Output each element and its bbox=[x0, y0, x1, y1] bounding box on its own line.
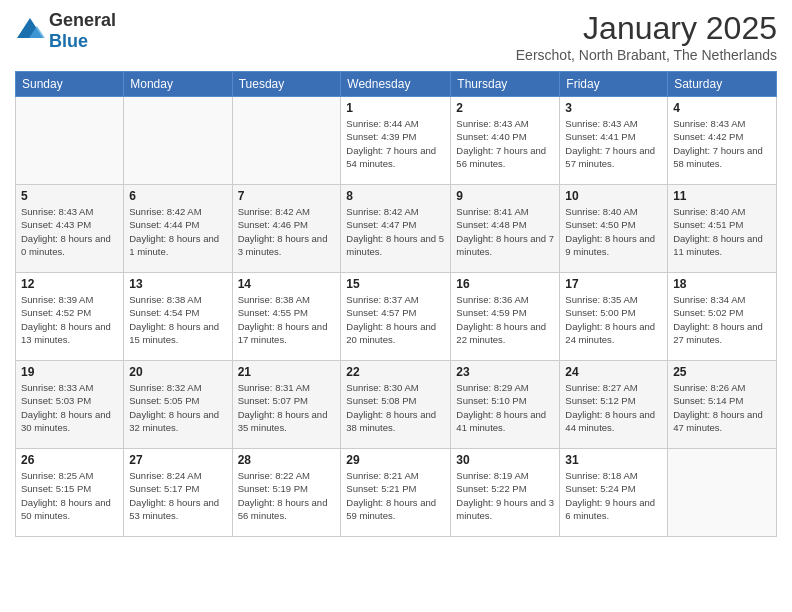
day-info: Sunrise: 8:40 AM Sunset: 4:50 PM Dayligh… bbox=[565, 205, 662, 258]
day-number: 19 bbox=[21, 365, 118, 379]
day-number: 8 bbox=[346, 189, 445, 203]
day-info: Sunrise: 8:42 AM Sunset: 4:44 PM Dayligh… bbox=[129, 205, 226, 258]
day-number: 24 bbox=[565, 365, 662, 379]
week-row-1: 1Sunrise: 8:44 AM Sunset: 4:39 PM Daylig… bbox=[16, 97, 777, 185]
day-info: Sunrise: 8:43 AM Sunset: 4:40 PM Dayligh… bbox=[456, 117, 554, 170]
day-info: Sunrise: 8:33 AM Sunset: 5:03 PM Dayligh… bbox=[21, 381, 118, 434]
day-number: 13 bbox=[129, 277, 226, 291]
day-number: 25 bbox=[673, 365, 771, 379]
header: General Blue January 2025 Eerschot, Nort… bbox=[15, 10, 777, 63]
day-info: Sunrise: 8:34 AM Sunset: 5:02 PM Dayligh… bbox=[673, 293, 771, 346]
day-info: Sunrise: 8:37 AM Sunset: 4:57 PM Dayligh… bbox=[346, 293, 445, 346]
day-info: Sunrise: 8:43 AM Sunset: 4:41 PM Dayligh… bbox=[565, 117, 662, 170]
day-info: Sunrise: 8:27 AM Sunset: 5:12 PM Dayligh… bbox=[565, 381, 662, 434]
col-sunday: Sunday bbox=[16, 72, 124, 97]
calendar-cell: 3Sunrise: 8:43 AM Sunset: 4:41 PM Daylig… bbox=[560, 97, 668, 185]
month-title: January 2025 bbox=[516, 10, 777, 47]
day-info: Sunrise: 8:21 AM Sunset: 5:21 PM Dayligh… bbox=[346, 469, 445, 522]
calendar-cell: 4Sunrise: 8:43 AM Sunset: 4:42 PM Daylig… bbox=[668, 97, 777, 185]
calendar-cell: 2Sunrise: 8:43 AM Sunset: 4:40 PM Daylig… bbox=[451, 97, 560, 185]
title-block: January 2025 Eerschot, North Brabant, Th… bbox=[516, 10, 777, 63]
day-number: 27 bbox=[129, 453, 226, 467]
calendar-header: Sunday Monday Tuesday Wednesday Thursday… bbox=[16, 72, 777, 97]
day-number: 20 bbox=[129, 365, 226, 379]
location-title: Eerschot, North Brabant, The Netherlands bbox=[516, 47, 777, 63]
day-number: 26 bbox=[21, 453, 118, 467]
calendar-cell: 17Sunrise: 8:35 AM Sunset: 5:00 PM Dayli… bbox=[560, 273, 668, 361]
calendar-body: 1Sunrise: 8:44 AM Sunset: 4:39 PM Daylig… bbox=[16, 97, 777, 537]
calendar-cell: 7Sunrise: 8:42 AM Sunset: 4:46 PM Daylig… bbox=[232, 185, 341, 273]
day-info: Sunrise: 8:42 AM Sunset: 4:47 PM Dayligh… bbox=[346, 205, 445, 258]
logo-icon bbox=[15, 16, 45, 46]
day-number: 3 bbox=[565, 101, 662, 115]
day-number: 17 bbox=[565, 277, 662, 291]
calendar-cell: 9Sunrise: 8:41 AM Sunset: 4:48 PM Daylig… bbox=[451, 185, 560, 273]
day-info: Sunrise: 8:22 AM Sunset: 5:19 PM Dayligh… bbox=[238, 469, 336, 522]
calendar-table: Sunday Monday Tuesday Wednesday Thursday… bbox=[15, 71, 777, 537]
day-info: Sunrise: 8:44 AM Sunset: 4:39 PM Dayligh… bbox=[346, 117, 445, 170]
day-info: Sunrise: 8:25 AM Sunset: 5:15 PM Dayligh… bbox=[21, 469, 118, 522]
day-number: 21 bbox=[238, 365, 336, 379]
calendar-cell: 30Sunrise: 8:19 AM Sunset: 5:22 PM Dayli… bbox=[451, 449, 560, 537]
day-number: 11 bbox=[673, 189, 771, 203]
logo: General Blue bbox=[15, 10, 116, 52]
day-info: Sunrise: 8:39 AM Sunset: 4:52 PM Dayligh… bbox=[21, 293, 118, 346]
calendar-cell: 20Sunrise: 8:32 AM Sunset: 5:05 PM Dayli… bbox=[124, 361, 232, 449]
day-number: 16 bbox=[456, 277, 554, 291]
day-number: 9 bbox=[456, 189, 554, 203]
calendar-cell: 21Sunrise: 8:31 AM Sunset: 5:07 PM Dayli… bbox=[232, 361, 341, 449]
day-info: Sunrise: 8:35 AM Sunset: 5:00 PM Dayligh… bbox=[565, 293, 662, 346]
calendar-cell: 29Sunrise: 8:21 AM Sunset: 5:21 PM Dayli… bbox=[341, 449, 451, 537]
day-info: Sunrise: 8:29 AM Sunset: 5:10 PM Dayligh… bbox=[456, 381, 554, 434]
day-info: Sunrise: 8:32 AM Sunset: 5:05 PM Dayligh… bbox=[129, 381, 226, 434]
logo-text: General Blue bbox=[49, 10, 116, 52]
day-info: Sunrise: 8:36 AM Sunset: 4:59 PM Dayligh… bbox=[456, 293, 554, 346]
calendar-cell: 27Sunrise: 8:24 AM Sunset: 5:17 PM Dayli… bbox=[124, 449, 232, 537]
calendar-cell: 6Sunrise: 8:42 AM Sunset: 4:44 PM Daylig… bbox=[124, 185, 232, 273]
day-info: Sunrise: 8:18 AM Sunset: 5:24 PM Dayligh… bbox=[565, 469, 662, 522]
col-tuesday: Tuesday bbox=[232, 72, 341, 97]
day-info: Sunrise: 8:40 AM Sunset: 4:51 PM Dayligh… bbox=[673, 205, 771, 258]
week-row-3: 12Sunrise: 8:39 AM Sunset: 4:52 PM Dayli… bbox=[16, 273, 777, 361]
day-number: 28 bbox=[238, 453, 336, 467]
day-info: Sunrise: 8:43 AM Sunset: 4:42 PM Dayligh… bbox=[673, 117, 771, 170]
calendar-cell: 25Sunrise: 8:26 AM Sunset: 5:14 PM Dayli… bbox=[668, 361, 777, 449]
day-number: 10 bbox=[565, 189, 662, 203]
day-number: 30 bbox=[456, 453, 554, 467]
page-container: General Blue January 2025 Eerschot, Nort… bbox=[0, 0, 792, 542]
calendar-cell: 24Sunrise: 8:27 AM Sunset: 5:12 PM Dayli… bbox=[560, 361, 668, 449]
day-number: 22 bbox=[346, 365, 445, 379]
calendar-cell: 11Sunrise: 8:40 AM Sunset: 4:51 PM Dayli… bbox=[668, 185, 777, 273]
calendar-cell: 13Sunrise: 8:38 AM Sunset: 4:54 PM Dayli… bbox=[124, 273, 232, 361]
calendar-cell bbox=[668, 449, 777, 537]
calendar-cell: 31Sunrise: 8:18 AM Sunset: 5:24 PM Dayli… bbox=[560, 449, 668, 537]
day-info: Sunrise: 8:30 AM Sunset: 5:08 PM Dayligh… bbox=[346, 381, 445, 434]
day-info: Sunrise: 8:38 AM Sunset: 4:54 PM Dayligh… bbox=[129, 293, 226, 346]
calendar-cell bbox=[16, 97, 124, 185]
day-number: 1 bbox=[346, 101, 445, 115]
header-row: Sunday Monday Tuesday Wednesday Thursday… bbox=[16, 72, 777, 97]
week-row-4: 19Sunrise: 8:33 AM Sunset: 5:03 PM Dayli… bbox=[16, 361, 777, 449]
col-saturday: Saturday bbox=[668, 72, 777, 97]
calendar-cell bbox=[124, 97, 232, 185]
calendar-cell: 1Sunrise: 8:44 AM Sunset: 4:39 PM Daylig… bbox=[341, 97, 451, 185]
day-number: 23 bbox=[456, 365, 554, 379]
calendar-cell: 26Sunrise: 8:25 AM Sunset: 5:15 PM Dayli… bbox=[16, 449, 124, 537]
calendar-cell: 23Sunrise: 8:29 AM Sunset: 5:10 PM Dayli… bbox=[451, 361, 560, 449]
calendar-cell: 5Sunrise: 8:43 AM Sunset: 4:43 PM Daylig… bbox=[16, 185, 124, 273]
calendar-cell: 14Sunrise: 8:38 AM Sunset: 4:55 PM Dayli… bbox=[232, 273, 341, 361]
calendar-cell: 18Sunrise: 8:34 AM Sunset: 5:02 PM Dayli… bbox=[668, 273, 777, 361]
col-friday: Friday bbox=[560, 72, 668, 97]
day-number: 7 bbox=[238, 189, 336, 203]
day-number: 12 bbox=[21, 277, 118, 291]
day-number: 18 bbox=[673, 277, 771, 291]
calendar-cell: 16Sunrise: 8:36 AM Sunset: 4:59 PM Dayli… bbox=[451, 273, 560, 361]
calendar-cell: 10Sunrise: 8:40 AM Sunset: 4:50 PM Dayli… bbox=[560, 185, 668, 273]
day-number: 29 bbox=[346, 453, 445, 467]
calendar-cell: 28Sunrise: 8:22 AM Sunset: 5:19 PM Dayli… bbox=[232, 449, 341, 537]
day-number: 5 bbox=[21, 189, 118, 203]
col-monday: Monday bbox=[124, 72, 232, 97]
calendar-cell: 22Sunrise: 8:30 AM Sunset: 5:08 PM Dayli… bbox=[341, 361, 451, 449]
calendar-cell: 8Sunrise: 8:42 AM Sunset: 4:47 PM Daylig… bbox=[341, 185, 451, 273]
col-thursday: Thursday bbox=[451, 72, 560, 97]
